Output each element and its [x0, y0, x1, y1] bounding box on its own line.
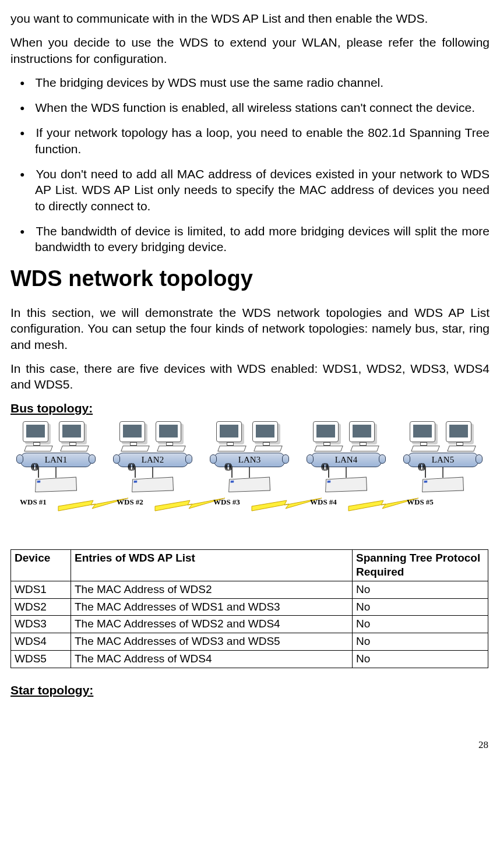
topology-node: LAN3 ((( ))) WDS #3 — [202, 418, 297, 507]
wds-label: WDS #2 — [105, 497, 200, 507]
bus-topology-table: Device Entries of WDS AP List Spanning T… — [10, 549, 488, 668]
pc-pair-icon — [298, 418, 394, 450]
bullet-item: The bandwidth of device is limited, to a… — [10, 223, 490, 255]
cell-entries: The MAC Addresses of WDS3 and WDS5 — [71, 633, 353, 651]
access-point-icon: ((( ))) — [421, 478, 464, 495]
table-header-row: Device Entries of WDS AP List Spanning T… — [11, 549, 488, 581]
topology-node: LAN4 ((( ))) WDS #4 — [298, 418, 394, 507]
bullet-item: You don't need to add all MAC address of… — [10, 166, 490, 214]
cell-stp: No — [353, 598, 488, 616]
pc-pair-icon — [395, 418, 491, 450]
cell-stp: No — [353, 633, 488, 651]
computer-icon — [311, 420, 346, 450]
bullet-item: The bridging devices by WDS must use the… — [10, 75, 490, 90]
computer-icon — [347, 420, 382, 450]
wds-label: WDS #3 — [202, 497, 297, 507]
bus-topology-diagram: LAN1 ((( ))) WDS #1 LAN2 ((( ))) WDS #2 … — [10, 418, 488, 552]
cell-device: WDS2 — [11, 598, 71, 616]
cell-device: WDS4 — [11, 633, 71, 651]
computer-icon — [443, 420, 478, 450]
table-row: WDS3 The MAC Addresses of WDS2 and WDS4 … — [11, 616, 488, 633]
instruction-list: The bridging devices by WDS must use the… — [10, 75, 490, 255]
computer-icon — [407, 420, 442, 450]
computer-icon — [117, 420, 152, 450]
topology-node: LAN2 ((( ))) WDS #2 — [105, 418, 200, 507]
computer-icon — [20, 420, 55, 450]
bullet-item: When the WDS function is enabled, all wi… — [10, 100, 490, 115]
cell-entries: The MAC Addresses of WDS1 and WDS3 — [71, 598, 353, 616]
pc-pair-icon — [8, 418, 104, 450]
access-point-icon: ((( ))) — [325, 478, 368, 495]
cell-stp: No — [353, 581, 488, 599]
access-point-icon: ((( ))) — [228, 478, 271, 495]
col-header-entries: Entries of WDS AP List — [71, 549, 353, 581]
table-row: WDS2 The MAC Addresses of WDS1 and WDS3 … — [11, 598, 488, 616]
table-row: WDS4 The MAC Addresses of WDS3 and WDS5 … — [11, 633, 488, 651]
decide-paragraph: When you decide to use the WDS to extend… — [10, 34, 490, 66]
access-point-icon: ((( ))) — [34, 478, 78, 495]
wds-label: WDS #4 — [298, 497, 394, 507]
cell-entries: The MAC Address of WDS2 — [71, 581, 353, 599]
intro-trailing-paragraph: you want to communicate with in the WDS … — [10, 10, 490, 26]
cell-device: WDS1 — [11, 581, 71, 599]
col-header-stp: Spanning Tree Protocol Required — [353, 549, 488, 581]
topology-node: LAN1 ((( ))) WDS #1 — [8, 418, 104, 507]
table-row: WDS1 The MAC Address of WDS2 No — [11, 581, 488, 599]
star-topology-heading: Star topology: — [10, 682, 490, 698]
cell-stp: No — [353, 616, 488, 633]
wds-label: WDS #1 — [8, 497, 104, 507]
pc-pair-icon — [202, 418, 297, 450]
table-row: WDS5 The MAC Address of WDS4 No — [11, 650, 488, 668]
computer-icon — [214, 420, 249, 450]
page-number: 28 — [10, 739, 490, 751]
pc-pair-icon — [105, 418, 200, 450]
cell-entries: The MAC Address of WDS4 — [71, 650, 353, 668]
access-point-icon: ((( ))) — [131, 478, 174, 495]
computer-icon — [57, 420, 91, 450]
bus-topology-heading: Bus topology: — [10, 400, 490, 416]
section-intro-paragraph: In this section, we will demonstrate the… — [10, 305, 490, 352]
computer-icon — [153, 420, 188, 450]
cell-entries: The MAC Addresses of WDS2 and WDS4 — [71, 616, 353, 633]
topology-node: LAN5 ((( ))) WDS #5 — [395, 418, 491, 507]
wds-label: WDS #5 — [395, 497, 491, 507]
cell-device: WDS3 — [11, 616, 71, 633]
cell-device: WDS5 — [11, 650, 71, 668]
bullet-item: If your network topology has a loop, you… — [10, 125, 490, 157]
computer-icon — [250, 420, 285, 450]
case-paragraph: In this case, there are five devices wit… — [10, 361, 490, 393]
cell-stp: No — [353, 650, 488, 668]
page-title: WDS network topology — [10, 264, 490, 293]
col-header-device: Device — [11, 549, 71, 581]
